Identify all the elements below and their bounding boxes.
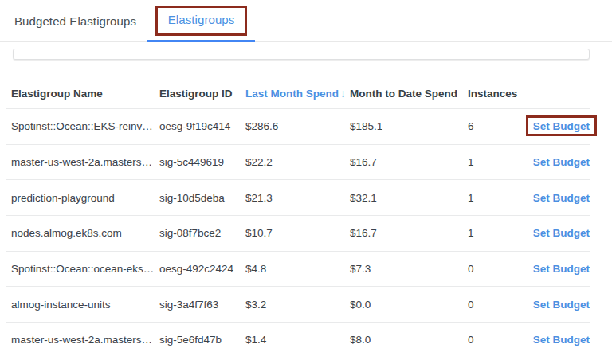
- table-row: nodes.almog.ek8s.com sig-08f7bce2 $10.7 …: [6, 216, 590, 252]
- cell-action: Set Budget: [522, 156, 590, 168]
- table-row: prediction-playground sig-10d5deba $21.3…: [6, 180, 590, 216]
- tabs-bar: Budgeted Elastigroups Elastigroups: [0, 0, 612, 42]
- cell-month-to-date-spend: $185.1: [347, 120, 468, 132]
- table-row: Spotinst::Ocean::ocean-eks… oesg-492c242…: [6, 252, 590, 288]
- header-elastigroup-id[interactable]: Elastigroup ID: [159, 88, 245, 100]
- table-header-row: Elastigroup Name Elastigroup ID Last Mon…: [6, 78, 590, 109]
- cell-elastigroup-id: sig-3a4f7f63: [159, 299, 245, 311]
- cell-elastigroup-name: master-us-west-2a.masters…: [11, 334, 159, 346]
- cell-month-to-date-spend: $7.3: [347, 263, 468, 275]
- cell-action: Set Budget: [522, 192, 590, 204]
- set-budget-link[interactable]: Set Budget: [533, 227, 590, 239]
- cell-last-month-spend: $21.3: [245, 192, 347, 204]
- cell-instances: 6: [468, 120, 522, 132]
- set-budget-link[interactable]: Set Budget: [533, 156, 590, 168]
- set-budget-link[interactable]: Set Budget: [533, 299, 590, 311]
- cell-month-to-date-spend: $16.7: [347, 156, 468, 168]
- cell-elastigroup-id: sig-5c449619: [159, 156, 245, 168]
- cell-elastigroup-name: prediction-playground: [11, 192, 159, 204]
- cell-action: Set Budget: [522, 299, 590, 311]
- cell-instances: 1: [468, 156, 522, 168]
- cell-elastigroup-name: Spotinst::Ocean::ocean-eks…: [11, 263, 159, 275]
- header-elastigroup-name[interactable]: Elastigroup Name: [11, 88, 159, 100]
- cell-last-month-spend: $10.7: [245, 227, 347, 239]
- set-budget-link[interactable]: Set Budget: [533, 192, 590, 204]
- cell-last-month-spend: $286.6: [245, 120, 347, 132]
- cell-action: Set Budget: [522, 334, 590, 346]
- cell-last-month-spend: $3.2: [245, 299, 347, 311]
- table-row: almog-instance-units sig-3a4f7f63 $3.2 $…: [6, 287, 590, 323]
- cell-instances: 0: [468, 263, 522, 275]
- cell-elastigroup-id: sig-08f7bce2: [159, 227, 245, 239]
- tab-elastigroups-label: Elastigroups: [168, 13, 235, 26]
- cell-action: Set Budget: [522, 227, 590, 239]
- cell-elastigroup-id: oesg-9f19c414: [159, 120, 245, 132]
- cell-instances: 0: [468, 299, 522, 311]
- cell-elastigroup-id: sig-5e6fd47b: [159, 334, 245, 346]
- cell-elastigroup-name: nodes.almog.ek8s.com: [11, 227, 159, 239]
- table-row: Spotinst::Ocean::EKS-reinv… oesg-9f19c41…: [6, 109, 590, 145]
- header-last-month-spend-label: Last Month Spend: [245, 88, 339, 100]
- header-last-month-spend[interactable]: Last Month Spend ↓: [245, 87, 347, 100]
- cell-month-to-date-spend: $8.0: [347, 334, 468, 346]
- tab-elastigroups[interactable]: Elastigroups: [147, 0, 255, 41]
- cell-elastigroup-id: oesg-492c2424: [159, 263, 245, 275]
- cell-elastigroup-name: master-us-west-2a.masters…: [11, 156, 159, 168]
- cell-instances: 1: [468, 192, 522, 204]
- header-month-to-date-spend[interactable]: Month to Date Spend: [347, 88, 468, 100]
- tab-budgeted-elastigroups[interactable]: Budgeted Elastigroups: [14, 14, 136, 28]
- table-body: Spotinst::Ocean::EKS-reinv… oesg-9f19c41…: [6, 109, 590, 358]
- cell-action: Set Budget: [522, 120, 590, 132]
- cell-elastigroup-name: Spotinst::Ocean::EKS-reinv…: [11, 120, 159, 132]
- set-budget-link[interactable]: Set Budget: [533, 120, 590, 132]
- cell-instances: 0: [468, 334, 522, 346]
- cell-elastigroup-name: almog-instance-units: [11, 299, 159, 311]
- table-row: master-us-west-2a.masters… sig-5c449619 …: [6, 145, 590, 181]
- elastigroups-table: Elastigroup Name Elastigroup ID Last Mon…: [6, 78, 590, 358]
- cell-instances: 1: [468, 227, 522, 239]
- header-instances[interactable]: Instances: [468, 88, 522, 100]
- cell-last-month-spend: $1.4: [245, 334, 347, 346]
- cell-month-to-date-spend: $32.1: [347, 192, 468, 204]
- set-budget-link[interactable]: Set Budget: [533, 334, 590, 346]
- cell-elastigroup-id: sig-10d5deba: [159, 192, 245, 204]
- set-budget-link[interactable]: Set Budget: [533, 263, 590, 275]
- cell-action: Set Budget: [522, 263, 590, 275]
- cell-last-month-spend: $22.2: [245, 156, 347, 168]
- table-row: master-us-west-2a.masters… sig-5e6fd47b …: [6, 323, 590, 358]
- annotation-box-tab: Elastigroups: [155, 6, 248, 36]
- cell-month-to-date-spend: $16.7: [347, 227, 468, 239]
- sort-descending-icon[interactable]: ↓: [340, 87, 346, 100]
- filter-input[interactable]: [13, 49, 590, 60]
- cell-month-to-date-spend: $0.0: [347, 299, 468, 311]
- cell-last-month-spend: $4.8: [245, 263, 347, 275]
